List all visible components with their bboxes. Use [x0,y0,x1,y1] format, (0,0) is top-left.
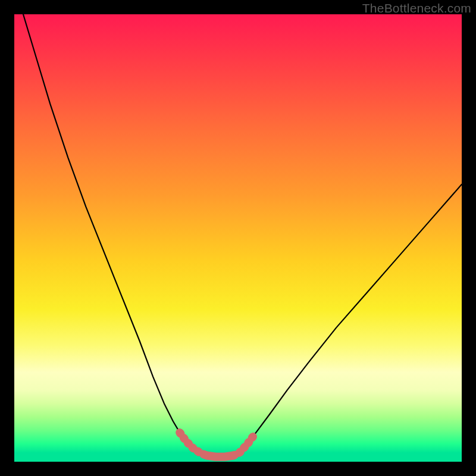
left-highlight [180,433,206,455]
watermark-text: TheBottleneck.com [362,1,471,15]
right-highlight [234,433,256,455]
curve-layer [14,14,462,462]
outer-frame: TheBottleneck.com [0,0,476,476]
bottleneck-curve [23,14,462,457]
plot-area [14,14,462,462]
